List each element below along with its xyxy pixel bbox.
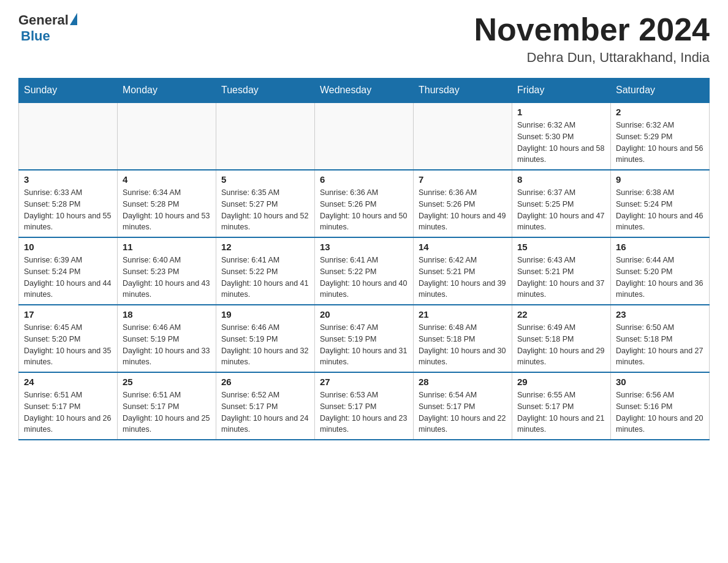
day-info: Sunrise: 6:45 AMSunset: 5:20 PMDaylight:…	[24, 322, 112, 368]
day-number: 3	[24, 174, 112, 185]
day-info: Sunrise: 6:51 AMSunset: 5:17 PMDaylight:…	[24, 389, 112, 435]
day-info: Sunrise: 6:49 AMSunset: 5:18 PMDaylight:…	[517, 322, 605, 368]
calendar-cell-w3-d6: 16Sunrise: 6:44 AMSunset: 5:20 PMDayligh…	[611, 237, 710, 305]
header-wednesday: Wednesday	[315, 79, 414, 103]
logo: General Blue	[18, 12, 77, 44]
calendar-cell-w4-d1: 18Sunrise: 6:46 AMSunset: 5:19 PMDayligh…	[118, 305, 216, 372]
day-number: 11	[123, 242, 211, 252]
calendar-cell-w2-d0: 3Sunrise: 6:33 AMSunset: 5:28 PMDaylight…	[19, 170, 118, 237]
calendar-cell-w5-d0: 24Sunrise: 6:51 AMSunset: 5:17 PMDayligh…	[19, 372, 118, 440]
week-row-1: 1Sunrise: 6:32 AMSunset: 5:30 PMDaylight…	[19, 102, 710, 170]
day-info: Sunrise: 6:55 AMSunset: 5:17 PMDaylight:…	[517, 389, 605, 435]
calendar-cell-w1-d4	[414, 102, 512, 170]
day-number: 7	[419, 174, 507, 185]
title-section: November 2024 Dehra Dun, Uttarakhand, In…	[474, 12, 710, 66]
day-number: 19	[221, 309, 309, 320]
day-number: 2	[616, 107, 704, 117]
day-number: 10	[24, 242, 112, 252]
day-number: 15	[517, 242, 605, 252]
day-info: Sunrise: 6:36 AMSunset: 5:26 PMDaylight:…	[320, 187, 408, 233]
header-sunday: Sunday	[19, 79, 118, 103]
calendar-cell-w3-d4: 14Sunrise: 6:42 AMSunset: 5:21 PMDayligh…	[414, 237, 512, 305]
day-number: 29	[517, 377, 605, 387]
day-number: 23	[616, 309, 704, 320]
header-thursday: Thursday	[414, 79, 512, 103]
calendar-cell-w3-d2: 12Sunrise: 6:41 AMSunset: 5:22 PMDayligh…	[216, 237, 315, 305]
day-number: 13	[320, 242, 408, 252]
day-info: Sunrise: 6:39 AMSunset: 5:24 PMDaylight:…	[24, 255, 112, 301]
day-number: 18	[123, 309, 211, 320]
calendar-cell-w1-d2	[216, 102, 315, 170]
day-number: 20	[320, 309, 408, 320]
day-info: Sunrise: 6:46 AMSunset: 5:19 PMDaylight:…	[123, 322, 211, 368]
day-info: Sunrise: 6:51 AMSunset: 5:17 PMDaylight:…	[123, 389, 211, 435]
day-info: Sunrise: 6:47 AMSunset: 5:19 PMDaylight:…	[320, 322, 408, 368]
calendar-cell-w2-d1: 4Sunrise: 6:34 AMSunset: 5:28 PMDaylight…	[118, 170, 216, 237]
day-info: Sunrise: 6:32 AMSunset: 5:29 PMDaylight:…	[616, 120, 704, 166]
calendar-cell-w5-d1: 25Sunrise: 6:51 AMSunset: 5:17 PMDayligh…	[118, 372, 216, 440]
calendar-cell-w2-d2: 5Sunrise: 6:35 AMSunset: 5:27 PMDaylight…	[216, 170, 315, 237]
day-info: Sunrise: 6:36 AMSunset: 5:26 PMDaylight:…	[419, 187, 507, 233]
page-header: General Blue November 2024 Dehra Dun, Ut…	[18, 12, 710, 66]
calendar-cell-w4-d2: 19Sunrise: 6:46 AMSunset: 5:19 PMDayligh…	[216, 305, 315, 372]
calendar-cell-w2-d5: 8Sunrise: 6:37 AMSunset: 5:25 PMDaylight…	[512, 170, 611, 237]
calendar-cell-w1-d3	[315, 102, 414, 170]
calendar-cell-w5-d2: 26Sunrise: 6:52 AMSunset: 5:17 PMDayligh…	[216, 372, 315, 440]
calendar-cell-w4-d5: 22Sunrise: 6:49 AMSunset: 5:18 PMDayligh…	[512, 305, 611, 372]
day-info: Sunrise: 6:43 AMSunset: 5:21 PMDaylight:…	[517, 255, 605, 301]
calendar-cell-w5-d6: 30Sunrise: 6:56 AMSunset: 5:16 PMDayligh…	[611, 372, 710, 440]
calendar-cell-w2-d3: 6Sunrise: 6:36 AMSunset: 5:26 PMDaylight…	[315, 170, 414, 237]
calendar-cell-w2-d4: 7Sunrise: 6:36 AMSunset: 5:26 PMDaylight…	[414, 170, 512, 237]
day-number: 4	[123, 174, 211, 185]
day-number: 1	[517, 107, 605, 117]
day-number: 22	[517, 309, 605, 320]
calendar-cell-w1-d6: 2Sunrise: 6:32 AMSunset: 5:29 PMDaylight…	[611, 102, 710, 170]
header-saturday: Saturday	[611, 79, 710, 103]
day-info: Sunrise: 6:33 AMSunset: 5:28 PMDaylight:…	[24, 187, 112, 233]
week-row-3: 10Sunrise: 6:39 AMSunset: 5:24 PMDayligh…	[19, 237, 710, 305]
logo-general-text: General	[18, 12, 69, 28]
day-number: 9	[616, 174, 704, 185]
day-number: 25	[123, 377, 211, 387]
day-info: Sunrise: 6:48 AMSunset: 5:18 PMDaylight:…	[419, 322, 507, 368]
day-number: 8	[517, 174, 605, 185]
calendar-cell-w4-d4: 21Sunrise: 6:48 AMSunset: 5:18 PMDayligh…	[414, 305, 512, 372]
day-info: Sunrise: 6:41 AMSunset: 5:22 PMDaylight:…	[221, 255, 309, 301]
day-number: 30	[616, 377, 704, 387]
calendar-table: Sunday Monday Tuesday Wednesday Thursday…	[18, 78, 710, 440]
day-info: Sunrise: 6:50 AMSunset: 5:18 PMDaylight:…	[616, 322, 704, 368]
day-info: Sunrise: 6:37 AMSunset: 5:25 PMDaylight:…	[517, 187, 605, 233]
header-tuesday: Tuesday	[216, 79, 315, 103]
page-subtitle: Dehra Dun, Uttarakhand, India	[474, 50, 710, 66]
day-number: 5	[221, 174, 309, 185]
day-number: 14	[419, 242, 507, 252]
calendar-cell-w1-d5: 1Sunrise: 6:32 AMSunset: 5:30 PMDaylight…	[512, 102, 611, 170]
day-number: 27	[320, 377, 408, 387]
calendar-cell-w3-d1: 11Sunrise: 6:40 AMSunset: 5:23 PMDayligh…	[118, 237, 216, 305]
day-info: Sunrise: 6:44 AMSunset: 5:20 PMDaylight:…	[616, 255, 704, 301]
calendar-cell-w4-d3: 20Sunrise: 6:47 AMSunset: 5:19 PMDayligh…	[315, 305, 414, 372]
day-info: Sunrise: 6:41 AMSunset: 5:22 PMDaylight:…	[320, 255, 408, 301]
calendar-cell-w1-d1	[118, 102, 216, 170]
day-info: Sunrise: 6:54 AMSunset: 5:17 PMDaylight:…	[419, 389, 507, 435]
day-info: Sunrise: 6:52 AMSunset: 5:17 PMDaylight:…	[221, 389, 309, 435]
week-row-4: 17Sunrise: 6:45 AMSunset: 5:20 PMDayligh…	[19, 305, 710, 372]
day-number: 24	[24, 377, 112, 387]
day-number: 17	[24, 309, 112, 320]
calendar-cell-w3-d5: 15Sunrise: 6:43 AMSunset: 5:21 PMDayligh…	[512, 237, 611, 305]
day-info: Sunrise: 6:53 AMSunset: 5:17 PMDaylight:…	[320, 389, 408, 435]
calendar-cell-w4-d6: 23Sunrise: 6:50 AMSunset: 5:18 PMDayligh…	[611, 305, 710, 372]
calendar-cell-w5-d5: 29Sunrise: 6:55 AMSunset: 5:17 PMDayligh…	[512, 372, 611, 440]
day-number: 12	[221, 242, 309, 252]
calendar-cell-w1-d0	[19, 102, 118, 170]
calendar-cell-w3-d3: 13Sunrise: 6:41 AMSunset: 5:22 PMDayligh…	[315, 237, 414, 305]
header-friday: Friday	[512, 79, 611, 103]
week-row-2: 3Sunrise: 6:33 AMSunset: 5:28 PMDaylight…	[19, 170, 710, 237]
week-row-5: 24Sunrise: 6:51 AMSunset: 5:17 PMDayligh…	[19, 372, 710, 440]
logo-blue-text: Blue	[21, 28, 50, 44]
day-info: Sunrise: 6:46 AMSunset: 5:19 PMDaylight:…	[221, 322, 309, 368]
calendar-header-row: Sunday Monday Tuesday Wednesday Thursday…	[19, 79, 710, 103]
day-number: 21	[419, 309, 507, 320]
calendar-cell-w3-d0: 10Sunrise: 6:39 AMSunset: 5:24 PMDayligh…	[19, 237, 118, 305]
calendar-cell-w5-d3: 27Sunrise: 6:53 AMSunset: 5:17 PMDayligh…	[315, 372, 414, 440]
